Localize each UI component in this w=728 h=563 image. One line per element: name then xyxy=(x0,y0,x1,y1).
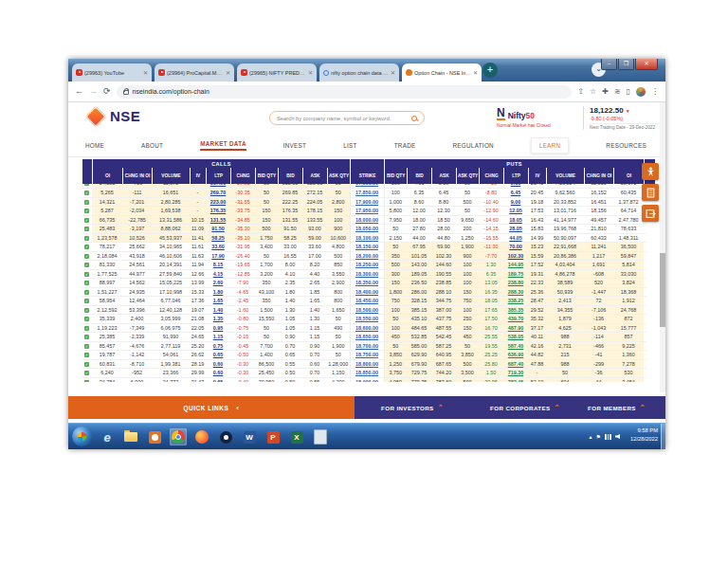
taskbar-word-icon[interactable]: W xyxy=(241,428,258,445)
chart-checkbox-icon[interactable]: ✓ xyxy=(84,335,89,339)
tray-expand-icon[interactable]: ▴ xyxy=(590,433,592,440)
notes-button[interactable] xyxy=(642,184,659,201)
chart-checkbox-icon[interactable]: ✓ xyxy=(84,245,89,249)
network-icon[interactable] xyxy=(605,434,611,440)
ltp-link[interactable]: 18.05 xyxy=(503,215,528,225)
strike-link[interactable]: 18,600.00 xyxy=(350,323,384,333)
quick-links[interactable]: QUICK LINKS ‹ xyxy=(68,396,355,419)
volume-icon[interactable] xyxy=(615,434,620,439)
accessibility-button[interactable] xyxy=(642,163,659,180)
nse-logo[interactable]: NSE xyxy=(85,108,140,124)
taskbar-media-player-icon[interactable] xyxy=(146,428,163,445)
start-button[interactable] xyxy=(72,427,92,446)
strike-link[interactable]: 18,200.00 xyxy=(350,251,384,261)
chart-checkbox-icon[interactable]: ✓ xyxy=(84,362,89,367)
taskbar-firefox-icon[interactable] xyxy=(193,428,210,445)
chart-checkbox-icon[interactable]: ✓ xyxy=(84,353,89,357)
taskbar-internet-explorer-icon[interactable]: e xyxy=(99,428,116,445)
side-panel-icon[interactable]: ▯ xyxy=(627,88,630,96)
strike-link[interactable]: 17,950.00 xyxy=(350,207,384,216)
profile-avatar[interactable] xyxy=(636,87,646,97)
ltp-link[interactable]: 2.60 xyxy=(206,279,230,288)
taskbar-chrome-icon[interactable] xyxy=(170,428,187,445)
ltp-link[interactable]: 385.35 xyxy=(503,305,528,315)
ltp-link[interactable]: 9.00 xyxy=(503,197,528,207)
ltp-link[interactable]: 0.65 xyxy=(206,377,230,382)
ltp-link[interactable]: 1.65 xyxy=(206,297,230,306)
chart-checkbox-icon[interactable]: ✓ xyxy=(84,371,89,375)
strike-link[interactable]: 17,850.00 xyxy=(350,189,384,198)
chart-checkbox-icon[interactable]: ✓ xyxy=(84,308,89,313)
reading-list-icon[interactable]: ≋ xyxy=(614,88,621,96)
ltp-link[interactable]: 91.50 xyxy=(206,225,230,234)
strike-link[interactable]: 18,050.00 xyxy=(350,225,384,234)
strike-link[interactable]: 17,900.00 xyxy=(350,197,384,207)
chart-checkbox-icon[interactable]: ✓ xyxy=(84,344,89,349)
nav-trade[interactable]: TRADE xyxy=(394,142,416,149)
strike-link[interactable]: 18,100.00 xyxy=(350,233,384,243)
nav-regulation[interactable]: REGULATION xyxy=(452,142,493,149)
ltp-link[interactable]: 782.45 xyxy=(503,377,528,382)
chart-checkbox-icon[interactable]: ✓ xyxy=(84,218,89,223)
strike-link[interactable]: 18,650.00 xyxy=(350,333,384,342)
ltp-link[interactable]: 719.30 xyxy=(503,369,528,378)
new-tab-button[interactable]: + xyxy=(482,63,498,78)
chart-checkbox-icon[interactable]: ✓ xyxy=(84,200,89,205)
chart-checkbox-icon[interactable]: ✓ xyxy=(84,191,89,195)
close-tab-icon[interactable]: ✕ xyxy=(473,69,478,76)
ltp-link[interactable]: 0.95 xyxy=(206,323,230,333)
strike-link[interactable]: 18,900.00 xyxy=(350,377,384,382)
chart-checkbox-icon[interactable]: ✓ xyxy=(84,227,89,231)
chart-checkbox-icon[interactable]: ✓ xyxy=(84,326,89,331)
ltp-link[interactable]: 338.25 xyxy=(503,297,528,306)
ltp-link[interactable]: 189.75 xyxy=(503,269,528,279)
ltp-link[interactable]: 1.15 xyxy=(206,333,230,342)
close-button[interactable]: ✕ xyxy=(635,59,658,70)
strike-link[interactable]: 18,750.00 xyxy=(350,351,384,360)
tab-option-chain-active[interactable]: Option Chain - NSE India ✕ xyxy=(402,64,482,82)
ltp-link[interactable]: 687.40 xyxy=(503,359,528,369)
open-panel-button[interactable] xyxy=(642,205,659,222)
chart-checkbox-icon[interactable]: ✓ xyxy=(84,281,89,285)
back-icon[interactable]: ← xyxy=(75,87,83,96)
site-search-input[interactable]: Search by company name, symbol or keywor… xyxy=(269,111,425,125)
ltp-link[interactable]: 33.60 xyxy=(206,243,230,252)
ltp-link[interactable]: 269.70 xyxy=(206,189,230,198)
ltp-link[interactable]: 238.80 xyxy=(503,279,528,288)
ltp-link[interactable]: 439.70 xyxy=(503,315,528,324)
strike-link[interactable]: 18,500.00 xyxy=(350,305,384,315)
ltp-link[interactable]: 12.05 xyxy=(503,207,528,216)
index-widget[interactable]: N Nifty50 Normal Market has Closed xyxy=(497,107,551,128)
taskbar-excel-icon[interactable]: X xyxy=(288,428,305,445)
nav-market-data[interactable]: MARKET DATA xyxy=(200,140,246,151)
page-scrollbar[interactable] xyxy=(660,102,665,392)
taskbar-clock[interactable]: 9:58 PM 12/28/2022 xyxy=(630,427,658,445)
bookmark-star-icon[interactable]: ☆ xyxy=(590,88,596,96)
tab-search-results[interactable]: nifty option chain data - S ✕ xyxy=(319,64,399,82)
strike-link[interactable]: 18,350.00 xyxy=(350,279,384,288)
chevron-left-icon[interactable]: ‹ xyxy=(236,404,239,412)
chart-checkbox-icon[interactable]: ✓ xyxy=(84,184,89,186)
ltp-link[interactable]: 17.90 xyxy=(206,251,230,261)
chart-checkbox-icon[interactable]: ✓ xyxy=(84,209,89,213)
scrollbar-thumb[interactable] xyxy=(660,253,665,327)
nav-about[interactable]: ABOUT xyxy=(141,142,163,149)
ltp-link[interactable]: 8.15 xyxy=(206,261,230,270)
strike-link[interactable]: 18,450.00 xyxy=(350,297,384,306)
chart-checkbox-icon[interactable]: ✓ xyxy=(84,254,89,259)
ltp-link[interactable]: 0.65 xyxy=(206,351,230,360)
taskbar-powerpoint-icon[interactable]: P xyxy=(264,428,282,445)
ltp-link[interactable]: 487.90 xyxy=(503,323,528,333)
taskbar-vlc-icon[interactable] xyxy=(217,428,234,445)
ltp-link[interactable]: 1.80 xyxy=(206,287,230,297)
chart-checkbox-icon[interactable]: ✓ xyxy=(84,290,89,295)
ltp-link[interactable]: 131.55 xyxy=(206,215,230,225)
ltp-link[interactable]: 288.30 xyxy=(503,287,528,297)
tray-flag-icon[interactable]: ⚑ xyxy=(596,433,601,440)
show-desktop-button[interactable] xyxy=(661,424,665,449)
minimize-button[interactable]: – xyxy=(601,59,617,70)
footer-for-corporates[interactable]: FOR CORPORATES ⌃ xyxy=(490,396,560,419)
address-bar[interactable]: nseindia.com/option-chain xyxy=(117,85,573,99)
tab-youtube[interactable]: (29963) YouTube ✕ xyxy=(72,64,152,82)
ltp-link[interactable]: 144.95 xyxy=(503,261,528,270)
